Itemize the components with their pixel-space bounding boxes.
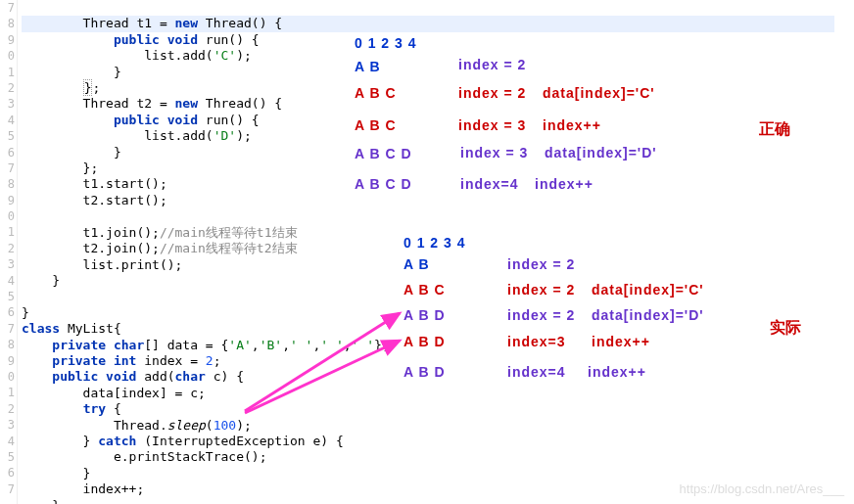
bot-r5c: index++: [588, 364, 646, 380]
bot-r2a: A B C: [403, 282, 446, 298]
bot-r2b: index = 2: [507, 282, 575, 298]
bot-r2c: data[index]='C': [592, 282, 704, 298]
top-r1a: A B: [355, 59, 381, 74]
bot-r5a: A B D: [403, 364, 446, 380]
header-top: 0 1 2 3 4: [355, 35, 417, 51]
top-r1b: index = 2: [458, 57, 526, 72]
line-number-gutter: 789 012 345 678 901 234 567 890 123 456 …: [0, 0, 18, 504]
top-r3b: index = 3: [458, 117, 526, 133]
top-r3c: index++: [543, 117, 601, 133]
top-r5b: index=4: [460, 176, 519, 192]
top-r4c: data[index]='D': [545, 145, 657, 160]
bot-r4a: A B D: [403, 334, 446, 349]
bot-r4b: index=3: [507, 334, 566, 349]
top-r4a: A B C D: [355, 146, 412, 161]
top-r5c: index++: [535, 176, 593, 192]
watermark: https://blog.csdn.net/Ares___: [680, 481, 844, 496]
bot-r5b: index=4: [507, 364, 566, 380]
top-r5a: A B C D: [355, 176, 412, 192]
code-block: Thread t1 = new Thread() { public void r…: [22, 0, 834, 504]
label-actual: 实际: [770, 318, 801, 339]
label-correct: 正确: [759, 119, 790, 140]
top-r4b: index = 3: [460, 145, 528, 160]
bot-r3a: A B D: [403, 307, 446, 323]
bot-r4c: index++: [592, 334, 650, 349]
top-r2b: index = 2: [458, 85, 526, 101]
bot-r1a: A B: [403, 256, 430, 272]
header-bot: 0 1 2 3 4: [403, 235, 466, 251]
top-r3a: A B C: [355, 117, 397, 133]
top-r2c: data[index]='C': [543, 85, 655, 101]
bot-r3c: data[index]='D': [592, 307, 704, 323]
bot-r3b: index = 2: [507, 307, 575, 323]
top-r2a: A B C: [355, 85, 397, 101]
bot-r1b: index = 2: [507, 256, 575, 272]
